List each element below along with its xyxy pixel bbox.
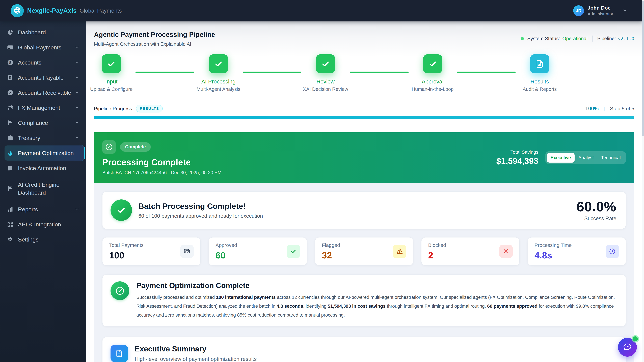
circle-check-icon — [102, 140, 116, 154]
step-sublabel: Upload & Configure — [90, 86, 132, 92]
stat-card-blocked: Blocked2 — [421, 237, 520, 266]
page-subtitle: Multi-Agent Orchestration with Explainab… — [94, 41, 215, 47]
pipeline-version: v2.1.0 — [618, 36, 634, 41]
check-icon — [102, 54, 121, 73]
tab-technical[interactable]: Technical — [598, 153, 624, 163]
sidebar-item-api-integration[interactable]: API & Integration — [4, 217, 85, 232]
total-savings-label: Total Savings — [496, 149, 538, 155]
sidebar-item-label: Global Payments — [18, 44, 62, 51]
step-input[interactable]: InputUpload & Configure — [94, 54, 129, 92]
step-approval[interactable]: ApprovalHuman-in-the-Loop — [415, 54, 450, 92]
status-label: System Status: — [527, 36, 560, 41]
receipt-icon — [7, 165, 14, 171]
progress-step-count: Step 5 of 5 — [610, 106, 634, 111]
sidebar-item-reports[interactable]: Reports — [4, 202, 85, 217]
step-results[interactable]: ResultsAudit & Reports — [522, 54, 557, 92]
step-review[interactable]: ReviewXAI Decision Review — [308, 54, 343, 92]
sidebar-item-global-payments[interactable]: Global Payments — [4, 40, 85, 55]
sidebar-item-label: Accounts — [18, 59, 42, 66]
scrollbar[interactable] — [642, 0, 644, 362]
sidebar-item-label: Compliance — [18, 120, 48, 126]
sidebar-item-accounts[interactable]: $Accounts — [4, 55, 85, 70]
stat-card-flagged: Flagged32 — [315, 237, 413, 266]
progress-bar-fill — [94, 116, 634, 119]
stat-card-total-payments: Total Payments100 — [102, 237, 200, 266]
batch-complete-card: Batch Processing Complete! 60 of 100 pay… — [102, 191, 626, 229]
stats-row: Total Payments100Approved60Flagged32Bloc… — [102, 237, 626, 266]
batch-complete-title: Batch Processing Complete! — [138, 201, 263, 211]
progress-bar-track — [94, 116, 634, 119]
chevron-down-icon — [75, 75, 79, 80]
flame-icon — [7, 150, 14, 156]
pipeline-stepper: InputUpload & ConfigureAI ProcessingMult… — [94, 54, 557, 92]
step-sublabel: Multi-Agent Analysis — [196, 86, 240, 92]
chevron-down-icon — [75, 60, 79, 65]
success-rate-value: 60.0% — [576, 199, 616, 215]
main-content: Agentic Payment Processing Pipeline Mult… — [86, 21, 642, 362]
pipeline-progress-block: Pipeline Progress RESULTS 100% | Step 5 … — [94, 105, 634, 124]
divider — [592, 35, 592, 41]
banner-title: Processing Complete — [102, 157, 222, 167]
top-header: Nexgile-PayAxis Global Payments JD John … — [0, 0, 642, 21]
sidebar-item-accounts-receivable[interactable]: Accounts Receivable — [4, 85, 85, 100]
progress-title: Pipeline Progress — [94, 106, 132, 111]
step-ai-processing[interactable]: AI ProcessingMulti-Agent Analysis — [201, 54, 236, 92]
banknotes-icon — [180, 245, 194, 258]
sidebar-item-payment-optimization[interactable]: Payment Optimization — [4, 145, 85, 161]
stat-value: 4.8s — [534, 250, 572, 260]
pipeline-label: Pipeline: — [597, 36, 616, 41]
stat-label: Approved — [216, 242, 237, 248]
step-label: Approval — [422, 78, 444, 85]
fx-arrows-icon — [7, 105, 14, 111]
pipeline-header-section: Agentic Payment Processing Pipeline Mult… — [86, 21, 642, 124]
tab-executive[interactable]: Executive — [547, 153, 574, 163]
stat-label: Blocked — [428, 242, 446, 248]
step-label: Input — [105, 78, 118, 85]
coin-check-icon — [7, 89, 14, 96]
title-block: Agentic Payment Processing Pipeline Mult… — [94, 31, 215, 47]
sidebar-item-settings[interactable]: Settings — [4, 232, 85, 247]
logo — [11, 4, 24, 17]
check-icon — [423, 54, 442, 73]
scrollbar-thumb[interactable] — [642, 1, 644, 136]
sidebar-item-label: Settings — [18, 236, 38, 243]
user-menu[interactable]: JD John Doe Administrator — [573, 5, 628, 16]
brand: Nexgile-PayAxis Global Payments — [11, 4, 122, 17]
sidebar-item-label: Dashboard — [18, 29, 46, 36]
stat-label: Total Payments — [109, 242, 144, 248]
report-view-tabs: ExecutiveAnalystTechnical — [546, 151, 626, 164]
check-icon — [316, 54, 335, 73]
results-panel: Complete Processing Complete Batch BATCH… — [94, 132, 634, 362]
sidebar-item-accounts-payable[interactable]: Accounts Payable — [4, 70, 85, 85]
stat-card-approved: Approved60 — [209, 237, 307, 266]
paragraph-run: , identifying — [303, 304, 328, 309]
chevron-down-icon — [75, 90, 79, 95]
success-rate-label: Success Rate — [576, 216, 616, 222]
paragraph-run: $1,594,393 in cost savings — [328, 304, 386, 309]
step-sublabel: Human-in-the-Loop — [412, 86, 454, 92]
divider: | — [604, 106, 605, 111]
executive-summary-subtitle: High-level overview of payment optimizat… — [135, 356, 256, 362]
stat-value: 32 — [322, 250, 340, 260]
tab-analyst[interactable]: Analyst — [574, 153, 598, 163]
circle-check-icon — [110, 281, 129, 300]
results-body: Batch Processing Complete! 60 of 100 pay… — [94, 183, 634, 362]
sidebar-item-dashboard[interactable]: Dashboard — [4, 25, 85, 40]
step-label: Review — [316, 78, 334, 85]
chevron-down-icon — [75, 135, 79, 140]
sidebar-item-compliance[interactable]: Compliance — [4, 115, 85, 130]
success-rate: 60.0% Success Rate — [576, 199, 616, 222]
system-status: System Status: Operational Pipeline: v2.… — [521, 35, 634, 41]
paragraph-run: 60 payments approved — [487, 304, 537, 309]
optimization-paragraph: Successfully processed and optimized 100… — [136, 293, 618, 320]
stepper-connector — [457, 71, 516, 73]
status-value: Operational — [562, 36, 588, 41]
stat-value: 100 — [109, 250, 144, 260]
sidebar-item-treasury[interactable]: Treasury — [4, 130, 85, 145]
sidebar-item-ai-credit-engine-dashboard[interactable]: AI Credit Engine Dashboard — [4, 176, 85, 202]
sidebar-item-fx-management[interactable]: FX Management — [4, 100, 85, 115]
stat-value: 2 — [428, 250, 446, 260]
sidebar-item-invoice-automation[interactable]: Invoice Automation — [4, 161, 85, 176]
sidebar-item-label: Accounts Payable — [18, 74, 64, 81]
credit-card-icon — [7, 44, 14, 51]
